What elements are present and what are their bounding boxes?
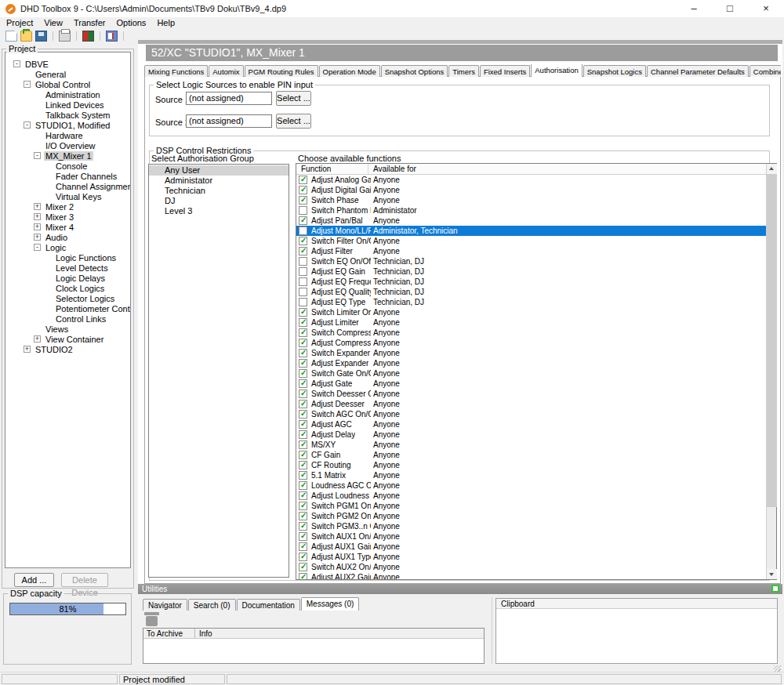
tab[interactable]: Automix [209, 65, 243, 77]
tab[interactable]: Snapshot Options [381, 65, 448, 77]
function-row[interactable]: Adjust EQ Quality Technician, DJ [296, 287, 766, 297]
tree-expand-icon[interactable]: + [24, 346, 31, 353]
function-row[interactable]: Switch EQ On/Off Technician, DJ [296, 256, 766, 266]
function-checkbox[interactable] [299, 339, 307, 347]
tree-item[interactable]: Logic Delays [5, 273, 130, 283]
tree-item[interactable]: Potentiometer Control [5, 303, 130, 314]
scrollbar-up-arrow[interactable] [767, 164, 777, 174]
function-row[interactable]: Adjust Analog Gain Anyone [296, 175, 766, 185]
function-checkbox[interactable] [299, 502, 307, 510]
function-checkbox[interactable] [299, 420, 307, 429]
function-row[interactable]: Switch Compressor On... Anyone [296, 328, 766, 338]
function-row[interactable]: Adjust EQ Frequency Technician, DJ [296, 277, 766, 287]
function-row[interactable]: Switch PGM1 On/Off Anyone [296, 501, 766, 511]
tree-item[interactable]: Virtual Keys [5, 191, 130, 201]
column-header-available-for[interactable]: Available for [368, 164, 416, 174]
function-checkbox[interactable] [299, 379, 307, 388]
tree-item[interactable]: - Logic [5, 242, 130, 252]
utilities-tab[interactable]: Messages (0) [301, 597, 360, 611]
function-row[interactable]: Adjust Limiter Anyone [296, 317, 766, 328]
function-checkbox[interactable] [299, 186, 307, 194]
function-row[interactable]: Switch Gate On/Off Anyone [296, 368, 766, 379]
tree-expand-icon[interactable]: - [24, 81, 31, 88]
authorisation-group-item[interactable]: Level 3 [149, 206, 289, 216]
save-icon[interactable] [35, 31, 47, 42]
utilities-tab[interactable]: Search (0) [188, 599, 236, 611]
tab[interactable]: Fixed Inserts [480, 65, 530, 77]
function-checkbox[interactable] [299, 216, 307, 225]
function-checkbox[interactable] [299, 206, 307, 215]
tree-item[interactable]: Selector Logics [5, 293, 130, 303]
tree-item[interactable]: Level Detects [5, 263, 130, 273]
tree-item[interactable]: Control Links [5, 314, 130, 324]
function-row[interactable]: Adjust Mono/LL/RR Administator, Technici… [296, 226, 766, 236]
tree-item[interactable]: Linked Devices [5, 100, 130, 110]
function-checkbox[interactable] [299, 491, 307, 500]
function-row[interactable]: Adjust EQ Gain Technician, DJ [296, 266, 766, 277]
function-row[interactable]: Adjust EQ Type Technician, DJ [296, 297, 766, 307]
function-row[interactable]: Switch Deesser On/Off Anyone [296, 389, 766, 399]
function-row[interactable]: Adjust Digital Gain Anyone [296, 185, 766, 195]
tree-item[interactable]: - DBVE [5, 59, 130, 69]
function-row[interactable]: Adjust Filter Anyone [296, 246, 766, 256]
tree-expand-icon[interactable]: - [24, 121, 31, 129]
utilities-dock-icon[interactable] [771, 585, 779, 593]
function-row[interactable]: Switch AGC On/Off Anyone [296, 409, 766, 419]
menu-item[interactable]: Project [6, 17, 39, 30]
function-checkbox[interactable] [299, 390, 307, 398]
tree-item[interactable]: I/O Overview [5, 140, 130, 150]
function-checkbox[interactable] [299, 277, 307, 286]
function-checkbox[interactable] [299, 461, 307, 469]
function-checkbox[interactable] [299, 328, 307, 337]
function-row[interactable]: Switch AUX1 On/Off Anyone [296, 531, 766, 542]
tree-expand-icon[interactable]: - [13, 60, 20, 67]
menu-item[interactable]: Options [116, 17, 152, 30]
pin-source-select-button[interactable]: Select ... [276, 114, 311, 129]
function-row[interactable]: Switch Filter On/Off Anyone [296, 236, 766, 246]
authorisation-group-item[interactable]: DJ [149, 196, 289, 206]
tab[interactable]: Timers [448, 65, 479, 77]
function-checkbox[interactable] [299, 176, 307, 184]
tab[interactable]: Channel Parameter Defaults [647, 65, 749, 77]
function-row[interactable]: Adjust Loudness AGC Anyone [296, 491, 766, 501]
tree-item[interactable]: Clock Logics [5, 283, 130, 293]
io-view-icon[interactable] [106, 31, 118, 42]
function-checkbox[interactable] [299, 369, 307, 378]
function-checkbox[interactable] [299, 237, 307, 245]
function-row[interactable]: Switch PGM3..n On/Off Anyone [296, 521, 766, 531]
function-row[interactable]: Adjust Delay Anyone [296, 429, 766, 440]
minimize-button[interactable]: – [676, 0, 712, 17]
tree-item[interactable]: Console [5, 161, 130, 171]
tree-expand-icon[interactable]: + [34, 335, 41, 342]
tree-expand-icon[interactable]: + [34, 234, 41, 241]
tree-item[interactable]: Logic Functions [5, 252, 130, 263]
tree-item[interactable]: Hardware [5, 130, 130, 140]
maximize-button[interactable]: □ [712, 0, 748, 17]
column-header-info[interactable]: Info [195, 629, 212, 638]
print-icon[interactable] [59, 31, 71, 42]
tree-item[interactable]: + STUDIO2 [5, 344, 130, 354]
function-row[interactable]: Switch Limiter On/Off Anyone [296, 307, 766, 317]
pin-source-input[interactable]: (not assigned) [186, 114, 272, 128]
tree-item[interactable]: - Global Control [5, 79, 130, 89]
tab[interactable]: PGM Routing Rules [245, 65, 318, 77]
function-checkbox[interactable] [299, 227, 307, 235]
tree-item[interactable]: + Mixer 3 [5, 212, 130, 222]
function-row[interactable]: Switch AUX2 On/Off Anyone [296, 562, 766, 572]
function-row[interactable]: Adjust AUX1 Type Anyone [296, 552, 766, 562]
tree-item[interactable]: + Audio [5, 232, 130, 242]
tree-item[interactable]: - STUDIO1, Modified [5, 120, 130, 130]
tab[interactable]: Authorisation [531, 64, 582, 77]
menu-item[interactable]: Help [157, 17, 181, 30]
archive-icon[interactable] [146, 616, 158, 626]
authorisation-group-item[interactable]: Technician [149, 186, 289, 196]
function-checkbox[interactable] [299, 247, 307, 256]
function-row[interactable]: CF Routing Anyone [296, 460, 766, 470]
function-checkbox[interactable] [299, 288, 307, 296]
function-checkbox[interactable] [299, 532, 307, 541]
function-checkbox[interactable] [299, 573, 307, 579]
function-row[interactable]: 5.1 Matrix Anyone [296, 470, 766, 480]
function-row[interactable]: CF Gain Anyone [296, 450, 766, 460]
scrollbar-thumb[interactable] [767, 174, 777, 507]
function-checkbox[interactable] [299, 196, 307, 205]
